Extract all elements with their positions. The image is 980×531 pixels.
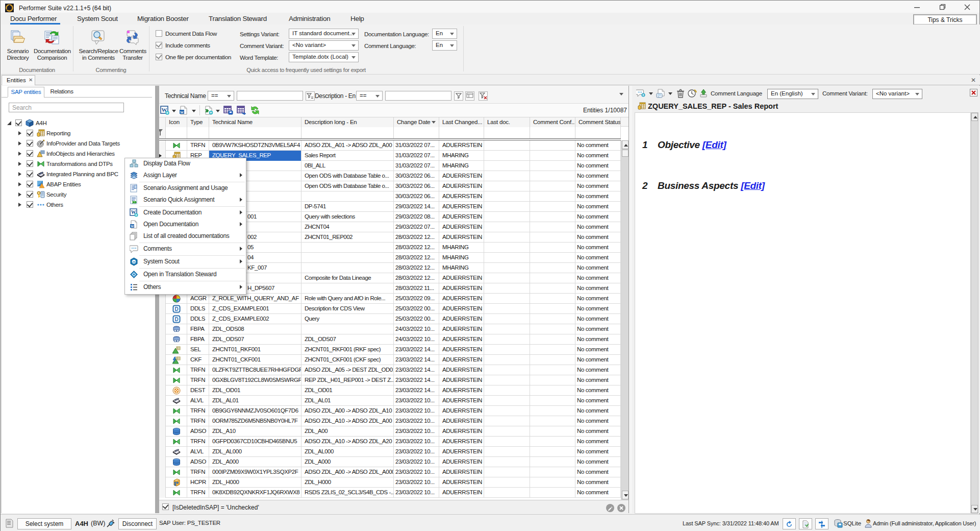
svg-text:D: D	[174, 317, 178, 322]
svg-text:W: W	[131, 224, 134, 228]
svg-text:D: D	[174, 306, 178, 312]
svg-text:W: W	[180, 110, 184, 114]
